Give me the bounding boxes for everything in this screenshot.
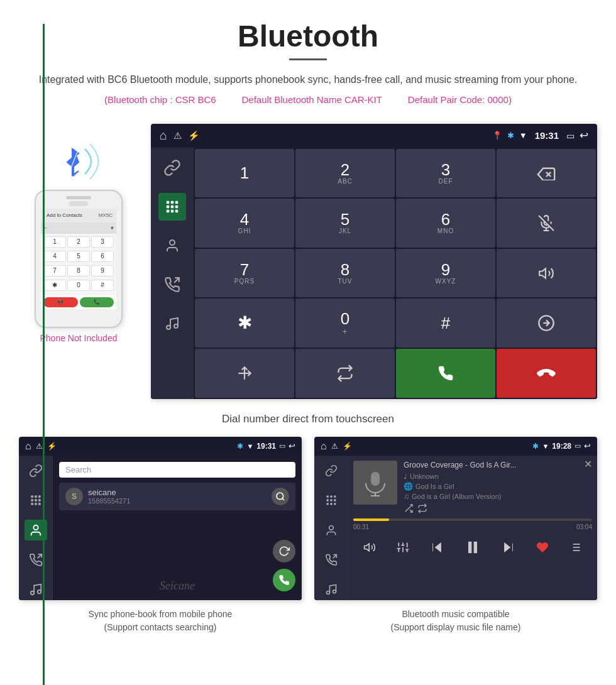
svg-rect-30 [38,500,40,501]
mu-warning-icon: ⚠ [331,442,338,451]
dial-btn-backspace[interactable] [497,149,596,198]
pb-signal-icon: ▼ [246,442,253,450]
music-next-btn[interactable] [499,538,518,560]
dial-btn-9[interactable]: 9 WXYZ [396,249,495,298]
svg-marker-58 [365,544,370,551]
spec-name: Default Bluetooth Name CAR-KIT [242,94,382,105]
dialpad-caption: Dial number direct from touchscreen [0,405,616,437]
svg-rect-5 [167,206,169,208]
dial-btn-swap[interactable] [497,299,596,348]
mu-dialpad-icon[interactable] [320,490,343,511]
dial-btn-5[interactable]: 5 JKL [295,199,395,248]
sidebar-icon-call-forward[interactable] [158,271,186,299]
svg-rect-26 [35,496,36,498]
car-status-bar: ⌂ ⚠ ⚡ 📍 ✱ ▼ 19:31 ▭ ↩ [151,124,597,148]
header-description: Integrated with BC6 Bluetooth module, su… [38,72,578,88]
svg-marker-72 [504,542,510,552]
phone-screen: Add to Contacts MX5C ← + 1 2 3 4 5 6 7 8… [41,209,116,309]
svg-line-35 [37,554,41,558]
music-close-btn[interactable]: ✕ [584,458,592,470]
svg-rect-70 [468,542,471,552]
mu-usb-icon: ⚡ [343,442,352,451]
dial-btn-3[interactable]: 3 DEF [396,149,495,198]
music-screen: ⌂ ⚠ ⚡ ✱ ▼ 19:28 ▭ ↩ [314,437,597,600]
svg-line-39 [282,498,284,500]
back-icon: ↩ [580,129,588,142]
shuffle-icon[interactable] [404,503,414,513]
pb-home-icon: ⌂ [25,441,31,452]
phone-mockup: Add to Contacts MX5C ← + 1 2 3 4 5 6 7 8… [35,190,123,328]
mu-callforward-icon[interactable] [320,549,343,570]
repeat-icon[interactable] [417,503,427,513]
time-display: 19:31 [535,130,559,141]
page-header: Bluetooth Integrated with BC6 Bluetooth … [0,0,616,124]
dial-btn-2[interactable]: 2 ABC [295,149,395,198]
dial-btn-4[interactable]: 4 GHI [195,199,294,248]
pb-warning-icon: ⚠ [36,442,43,451]
mu-time: 19:28 [552,442,571,451]
search-box[interactable]: Search [59,462,295,478]
music-volume-btn[interactable] [361,539,378,559]
sidebar-icon-dialpad[interactable] [158,193,186,221]
music-time-total: 03:04 [576,523,592,530]
dial-btn-swap2[interactable] [295,349,395,398]
dial-btn-mute[interactable] [497,199,596,248]
car-body: 1 2 ABC 3 DEF [151,148,597,399]
mu-bt-icon: ✱ [532,442,539,451]
mu-contacts-icon[interactable] [320,520,343,540]
mu-signal-icon: ▼ [542,442,549,450]
svg-rect-28 [31,500,33,501]
dial-btn-7[interactable]: 7 PQRS [195,249,294,298]
dial-btn-call[interactable] [396,349,495,398]
contact-search-btn[interactable] [272,488,289,505]
svg-rect-45 [334,500,336,501]
dial-btn-merge[interactable] [195,349,294,398]
dial-btn-volume[interactable] [497,249,596,298]
phonebook-call-btn[interactable] [273,569,295,591]
music-item: ⌂ ⚠ ⚡ ✱ ▼ 19:28 ▭ ↩ [314,437,597,634]
svg-point-36 [30,591,34,595]
sidebar-icon-link[interactable] [158,154,186,182]
mu-music-active-icon[interactable] [320,579,343,600]
car-dialpad-grid: 1 2 ABC 3 DEF [194,148,597,399]
svg-point-52 [333,590,336,593]
dial-btn-0[interactable]: 0 + [295,299,395,348]
svg-rect-3 [171,201,173,204]
music-playlist-btn[interactable] [566,539,584,559]
sidebar-icon-music[interactable] [158,310,186,337]
dial-btn-hash[interactable]: # [396,299,495,348]
music-title: Groove Coverage - God Is A Gir... [404,461,592,469]
mu-link-icon[interactable] [320,461,343,481]
music-eq-btn[interactable] [394,539,412,559]
contact-avatar: S [65,488,83,505]
bluetooth-waves [47,136,110,187]
title-divider [289,58,327,60]
pb-back-icon: ↩ [289,441,295,451]
phonebook-refresh-btn[interactable] [273,540,295,562]
dial-btn-star[interactable]: ✱ [195,299,294,348]
pb-usb-icon: ⚡ [47,442,57,451]
mu-home-icon: ⌂ [321,441,327,452]
music-like-btn[interactable] [534,539,551,559]
music-prev-btn[interactable] [427,538,446,560]
phonebook-content: Search S seicane 15885554271 [53,456,302,600]
music-progress-bar[interactable] [353,518,592,521]
svg-rect-4 [175,201,178,204]
svg-rect-41 [330,496,332,498]
svg-point-13 [167,326,170,329]
music-info: Groove Coverage - God Is A Gir... ♩ Unkn… [404,461,592,513]
svg-rect-47 [330,503,332,505]
music-time-current: 00:31 [353,523,369,530]
dial-btn-1[interactable]: 1 [195,149,294,198]
phone-dialpad: 1 2 3 4 5 6 7 8 9 ✱ 0 # [41,234,116,295]
dial-btn-end-call[interactable] [497,349,596,398]
mu-battery-icon: ▭ [575,442,581,450]
svg-point-38 [277,493,283,500]
music-play-btn[interactable] [462,537,483,561]
contact-row[interactable]: S seicane 15885554271 [59,483,295,510]
sidebar-icon-contacts[interactable] [158,232,186,260]
dial-btn-6[interactable]: 6 MNO [396,199,495,248]
music-progress-fill [353,518,389,521]
svg-point-37 [37,590,41,594]
dial-btn-8[interactable]: 8 TUV [295,249,395,298]
